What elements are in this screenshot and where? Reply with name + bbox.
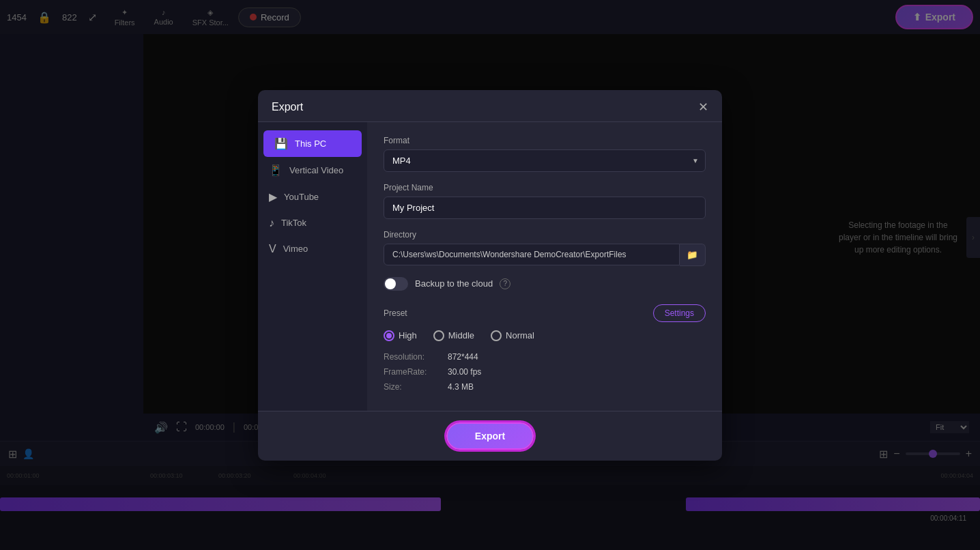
directory-input-wrapper: 📁 [384,244,706,266]
radio-high-dot [386,333,392,338]
modal-header: Export ✕ [258,90,722,122]
backup-toggle-row: Backup to the cloud ? [384,277,706,291]
size-value: 4.3 MB [448,382,474,392]
youtube-icon: ▶ [269,190,277,203]
radio-high-circle [384,330,394,341]
this-pc-label: This PC [295,139,326,149]
vertical-video-label: Vertical Video [289,165,343,175]
preset-normal-label: Normal [506,330,534,341]
modal-footer: Export [258,411,722,461]
backup-help-icon[interactable]: ? [500,278,510,289]
radio-normal-circle [491,330,502,341]
modal-title: Export [272,101,303,113]
preset-label: Preset [384,308,407,318]
size-label: Size: [384,382,445,392]
format-label: Format [384,136,706,145]
resolution-label: Resolution: [384,352,445,362]
modal-overlay: Export ✕ 💾 This PC 📱 Vertical Video ▶ Yo… [0,0,980,550]
this-pc-icon: 💾 [274,137,288,150]
vertical-video-icon: 📱 [269,164,283,177]
format-group: Format MP4 MOV AVI GIF [384,136,706,172]
sidebar-item-vertical-video[interactable]: 📱 Vertical Video [258,157,367,184]
vimeo-label: Vimeo [283,244,308,254]
size-row: Size: 4.3 MB [384,382,706,392]
directory-input[interactable] [384,244,680,265]
directory-browse-button[interactable]: 📁 [680,244,706,266]
modal-form: Format MP4 MOV AVI GIF Project Name [367,122,722,411]
tiktok-icon: ♪ [269,217,274,229]
modal-close-button[interactable]: ✕ [698,101,708,113]
resolution-value: 872*444 [448,352,478,362]
preset-options: High Middle Normal [384,330,706,341]
framerate-label: FrameRate: [384,367,445,377]
resolution-row: Resolution: 872*444 [384,352,706,362]
preset-section: Preset Settings High Middle [384,304,706,392]
sidebar-item-youtube[interactable]: ▶ YouTube [258,184,367,210]
project-name-group: Project Name [384,183,706,219]
youtube-label: YouTube [284,192,319,202]
modal-sidebar: 💾 This PC 📱 Vertical Video ▶ YouTube ♪ T… [258,122,367,411]
framerate-value: 30.00 fps [448,367,481,377]
format-select[interactable]: MP4 MOV AVI GIF [384,149,706,172]
preset-high-label: High [399,330,417,341]
radio-middle-circle [433,330,444,341]
tiktok-label: TikTok [281,218,306,228]
preset-normal[interactable]: Normal [491,330,534,341]
project-name-label: Project Name [384,183,706,192]
modal-body: 💾 This PC 📱 Vertical Video ▶ YouTube ♪ T… [258,122,722,411]
toggle-thumb [385,278,396,289]
export-modal: Export ✕ 💾 This PC 📱 Vertical Video ▶ Yo… [258,90,722,461]
sidebar-item-this-pc[interactable]: 💾 This PC [263,130,362,157]
framerate-row: FrameRate: 30.00 fps [384,367,706,377]
directory-group: Directory 📁 [384,230,706,266]
settings-button[interactable]: Settings [653,304,706,322]
preset-header: Preset Settings [384,304,706,322]
project-name-input[interactable] [384,197,706,219]
preset-middle-label: Middle [448,330,474,341]
format-select-wrapper: MP4 MOV AVI GIF [384,149,706,172]
directory-label: Directory [384,230,706,240]
sidebar-item-tiktok[interactable]: ♪ TikTok [258,210,367,236]
export-button-modal[interactable]: Export [446,422,534,450]
backup-label: Backup to the cloud [415,278,493,289]
preset-middle[interactable]: Middle [433,330,474,341]
vimeo-icon: V [269,243,276,255]
backup-toggle[interactable] [384,277,408,291]
preset-high[interactable]: High [384,330,417,341]
sidebar-item-vimeo[interactable]: V Vimeo [258,236,367,262]
